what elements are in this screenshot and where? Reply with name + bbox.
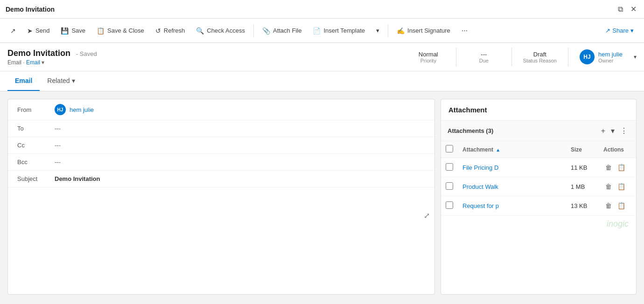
related-dropdown-icon: ▾ bbox=[72, 77, 75, 84]
tab-related[interactable]: Related ▾ bbox=[40, 71, 82, 91]
cc-value[interactable]: --- bbox=[55, 142, 425, 149]
compose-area[interactable]: ⤢ bbox=[8, 187, 434, 225]
attachment-panel-title: Attachment bbox=[441, 99, 636, 121]
owner-name[interactable]: hem julie bbox=[598, 51, 623, 58]
owner-info: hem julie Owner bbox=[598, 51, 623, 63]
attachments-more-button[interactable]: ⋮ bbox=[618, 125, 630, 136]
row-checkbox-2[interactable] bbox=[446, 182, 453, 190]
owner-avatar: HJ bbox=[580, 49, 595, 64]
chevron-down-icon: ▾ bbox=[376, 27, 379, 34]
insert-template-icon: 📄 bbox=[313, 27, 321, 35]
record-header-right: Normal Priority --- Due Draft Status Rea… bbox=[412, 48, 637, 66]
meta-separator-2 bbox=[511, 48, 512, 66]
col-header-actions: Actions bbox=[599, 141, 636, 158]
attachment-name-1[interactable]: File Pricing D bbox=[462, 164, 498, 171]
attachment-name-2[interactable]: Product Walk bbox=[462, 183, 498, 190]
copy-button-2[interactable]: 📋 bbox=[616, 182, 627, 191]
row-name-cell-2: Product Walk bbox=[458, 177, 566, 196]
more-options-button[interactable]: ⋯ bbox=[457, 24, 472, 37]
copy-button-3[interactable]: 📋 bbox=[616, 201, 627, 210]
bcc-value[interactable]: --- bbox=[55, 159, 425, 166]
external-link-button[interactable]: ↗ bbox=[6, 24, 21, 37]
signature-icon: ✍️ bbox=[397, 27, 405, 35]
from-value: HJ hem julie bbox=[55, 104, 425, 115]
header-expand-icon[interactable]: ▾ bbox=[634, 54, 637, 60]
save-icon: 💾 bbox=[61, 27, 69, 35]
due-value: --- bbox=[468, 51, 500, 58]
due-label: Due bbox=[468, 58, 500, 63]
status-reason-value: Draft bbox=[523, 51, 557, 58]
subject-value[interactable]: Demo Invitation bbox=[55, 175, 425, 182]
bcc-row: Bcc --- bbox=[8, 154, 434, 171]
save-close-button[interactable]: 📋 Save & Close bbox=[92, 24, 149, 37]
select-all-checkbox[interactable] bbox=[446, 145, 453, 152]
attachments-table: Attachment ▲ Size Actions File Pricing bbox=[441, 141, 636, 215]
share-icon: ↗ bbox=[605, 27, 610, 34]
record-saved-status: - Saved bbox=[76, 50, 97, 57]
cc-label: Cc bbox=[17, 142, 55, 149]
col-header-checkbox bbox=[441, 141, 458, 158]
expand-compose-icon[interactable]: ⤢ bbox=[424, 211, 430, 220]
cc-row: Cc --- bbox=[8, 137, 434, 154]
tab-email[interactable]: Email bbox=[7, 71, 40, 91]
subject-label: Subject bbox=[17, 175, 55, 182]
send-icon: ➤ bbox=[27, 27, 33, 35]
share-button[interactable]: ↗ Share ▾ bbox=[601, 24, 638, 37]
row-size-cell-1: 11 KB bbox=[566, 158, 599, 177]
sort-indicator: ▲ bbox=[496, 148, 500, 152]
refresh-button[interactable]: ↺ Refresh bbox=[151, 24, 190, 37]
external-link-icon: ↗ bbox=[10, 27, 16, 35]
copy-button-1[interactable]: 📋 bbox=[616, 163, 627, 172]
col-header-attachment[interactable]: Attachment ▲ bbox=[458, 141, 566, 158]
bcc-label: Bcc bbox=[17, 159, 55, 166]
toolbar-separator-2 bbox=[388, 24, 388, 37]
entity-dropdown-icon[interactable]: ▾ bbox=[42, 59, 44, 66]
row-actions-cell-1: 🗑 📋 bbox=[599, 158, 636, 177]
restore-button[interactable]: ⧉ bbox=[616, 3, 625, 15]
col-header-size[interactable]: Size bbox=[566, 141, 599, 158]
delete-button-3[interactable]: 🗑 bbox=[603, 201, 614, 210]
delete-button-2[interactable]: 🗑 bbox=[603, 182, 614, 191]
record-title: Demo Invitation bbox=[7, 48, 70, 58]
table-row: Product Walk 1 MB 🗑 📋 bbox=[441, 177, 636, 196]
from-name[interactable]: hem julie bbox=[70, 106, 94, 113]
row-checkbox-3[interactable] bbox=[446, 201, 453, 209]
insert-template-button[interactable]: 📄 Insert Template bbox=[308, 24, 370, 37]
attachments-table-body: File Pricing D 11 KB 🗑 📋 Product Walk bbox=[441, 158, 636, 215]
attachments-count-title: Attachments (3) bbox=[448, 127, 493, 134]
row-checkbox-cell bbox=[441, 196, 458, 215]
attach-icon: 📎 bbox=[262, 27, 270, 35]
insert-signature-button[interactable]: ✍️ Insert Signature bbox=[392, 24, 455, 37]
table-row: Request for p 13 KB 🗑 📋 bbox=[441, 196, 636, 215]
from-label: From bbox=[17, 106, 55, 113]
add-attachment-button[interactable]: + bbox=[599, 126, 607, 136]
send-button[interactable]: ➤ Send bbox=[22, 24, 54, 37]
record-title-row: Demo Invitation - Saved bbox=[7, 48, 406, 58]
refresh-icon: ↺ bbox=[155, 27, 161, 35]
delete-button-1[interactable]: 🗑 bbox=[603, 163, 614, 172]
row-size-cell-2: 1 MB bbox=[566, 177, 599, 196]
title-bar: Demo Invitation ⧉ ✕ bbox=[0, 0, 644, 19]
priority-label: Priority bbox=[412, 58, 445, 63]
row-checkbox-cell bbox=[441, 177, 458, 196]
owner-block: HJ hem julie Owner bbox=[580, 49, 623, 64]
attach-file-button[interactable]: 📎 Attach File bbox=[258, 24, 306, 37]
save-button[interactable]: 💾 Save bbox=[56, 24, 90, 37]
attachment-name-3[interactable]: Request for p bbox=[462, 202, 499, 209]
more-icon: ⋯ bbox=[462, 27, 468, 34]
close-button[interactable]: ✕ bbox=[629, 3, 638, 15]
template-dropdown-button[interactable]: ▾ bbox=[371, 24, 384, 37]
attachments-table-header: Attachment ▲ Size Actions bbox=[441, 141, 636, 158]
to-value[interactable]: --- bbox=[55, 125, 425, 132]
entity-type-link[interactable]: Email bbox=[26, 59, 40, 66]
share-dropdown-icon: ▾ bbox=[630, 27, 634, 34]
from-row: From HJ hem julie bbox=[8, 99, 434, 120]
save-close-icon: 📋 bbox=[97, 27, 105, 35]
check-access-button[interactable]: 🔍 Check Access bbox=[191, 24, 250, 37]
row-name-cell-3: Request for p bbox=[458, 196, 566, 215]
attachments-view-toggle[interactable]: ▾ bbox=[609, 125, 616, 136]
row-size-cell-3: 13 KB bbox=[566, 196, 599, 215]
meta-separator-1 bbox=[456, 48, 456, 66]
table-row: File Pricing D 11 KB 🗑 📋 bbox=[441, 158, 636, 177]
row-checkbox-1[interactable] bbox=[446, 163, 453, 171]
